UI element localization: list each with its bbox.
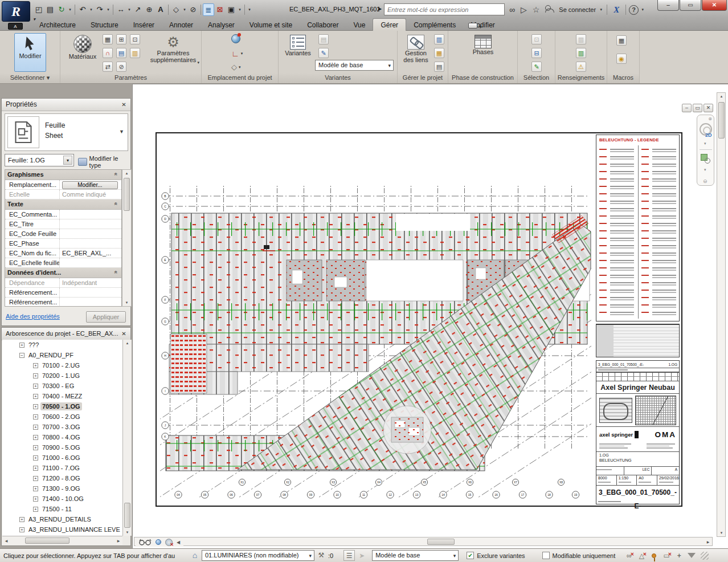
view-minimize-icon[interactable]: ‒	[682, 104, 692, 112]
navbar-close-icon[interactable]: ⊗	[708, 116, 712, 121]
measure-arrow[interactable]: ▾	[126, 3, 132, 16]
tree-expander[interactable]: +	[33, 394, 38, 399]
position-button[interactable]: ◇▾	[231, 63, 241, 71]
worksharing-display-icon[interactable]: ☰	[343, 550, 355, 561]
prop-value[interactable]	[60, 258, 121, 267]
panel-label-inquiry[interactable]: Renseignements	[555, 73, 607, 83]
minimize-button[interactable]: ‒	[657, 0, 679, 11]
signin-icon[interactable]	[543, 3, 557, 16]
favorites-icon[interactable]: ☆	[530, 3, 542, 16]
tree-item[interactable]: +71000 - 6.OG	[2, 453, 122, 463]
search-icon[interactable]: ∞	[507, 3, 517, 16]
panel-label-phasing[interactable]: Phase de construction	[448, 73, 517, 83]
undo-arrow[interactable]: ▾	[88, 3, 94, 16]
design-option-select[interactable]: Modèle de base	[372, 550, 459, 561]
tree-expander[interactable]: +	[33, 435, 38, 440]
ids-of-selection-icon[interactable]: ▥	[576, 34, 586, 44]
prop-section-header[interactable]: Données d'ident...«	[5, 268, 121, 278]
tree-item[interactable]: +70400 - MEZZ	[2, 391, 122, 401]
navbar-collapse-icon[interactable]: ⊖	[703, 178, 707, 184]
prop-value[interactable]	[60, 239, 121, 248]
manage-images-icon[interactable]: ▥	[434, 34, 444, 44]
viewbar-collapse-icon[interactable]: ◀	[177, 540, 180, 545]
tree-expander[interactable]: +	[33, 373, 38, 378]
tab-compl-ments[interactable]: Compléments	[406, 19, 463, 31]
panel-label-options[interactable]: Variantes	[279, 73, 397, 83]
tree-expander[interactable]: +	[19, 343, 24, 348]
redo-icon[interactable]: ↷	[94, 3, 105, 16]
design-options-button[interactable]: Variantes	[283, 33, 313, 73]
scroll-down-icon[interactable]: ▼	[718, 530, 725, 536]
coordinates-arrow[interactable]: ▾	[241, 51, 243, 56]
tree-expander[interactable]: +	[33, 476, 38, 481]
tree-item[interactable]: +71100 - 7.OG	[2, 463, 122, 473]
search-input[interactable]	[384, 3, 505, 15]
tree-expander[interactable]: +	[33, 496, 38, 502]
drawing-area[interactable]: BCDEFGHIJK X1X2X3X4X5X6X7X8 040506070809…	[132, 84, 728, 548]
scroll-up-icon[interactable]: ▲	[124, 340, 131, 347]
prop-section-header[interactable]: Graphismes«	[5, 170, 121, 180]
tree-expander[interactable]: −	[19, 353, 24, 358]
prop-value[interactable]	[60, 288, 121, 297]
tree-expander[interactable]: +	[33, 384, 38, 389]
scroll-up-icon[interactable]: ▲	[718, 93, 725, 100]
materials-button[interactable]: Matériaux	[64, 33, 101, 73]
sync-arrow[interactable]: ▾	[67, 3, 73, 16]
scroll-down-icon[interactable]: ▼	[124, 529, 131, 536]
manage-links-button[interactable]: Gestion des liens	[400, 33, 432, 74]
tab-architecture[interactable]: Architecture	[32, 19, 83, 31]
prop-value[interactable]: EC_BER_AXL_...	[60, 249, 121, 258]
exclude-face-filter-icon[interactable]: ▭✕	[661, 550, 672, 561]
tree-expander[interactable]: +	[33, 425, 38, 430]
selection-filter-icon[interactable]	[686, 550, 697, 561]
panel-label-selection[interactable]: Sélection	[518, 73, 555, 83]
scroll-thumb[interactable]	[427, 539, 455, 545]
reveal-hidden-elements-icon[interactable]	[156, 539, 161, 545]
aligned-dimension-icon[interactable]: ↗	[132, 3, 144, 16]
open-icon[interactable]: ◰	[33, 3, 44, 16]
tab-g-rer[interactable]: Gérer	[373, 18, 406, 31]
edit-option-icon[interactable]: ✎	[318, 48, 329, 58]
tree-item[interactable]: +A3_RENDU_DETAILS	[2, 514, 122, 524]
tree-item[interactable]: +70200 - 1.UG	[2, 370, 122, 381]
coordinates-button[interactable]: ∟▾	[231, 49, 243, 58]
scroll-thumb[interactable]	[718, 102, 725, 139]
shared-parameters-icon[interactable]: ▥	[130, 48, 140, 58]
subscription-icon[interactable]: ▷	[518, 3, 529, 16]
zoom-region-icon[interactable]	[701, 154, 707, 161]
worksets-icon[interactable]: ⌂	[190, 551, 200, 561]
prop-value[interactable]: Modifier...	[60, 180, 121, 189]
tree-expander[interactable]: +	[33, 363, 38, 368]
location-button[interactable]	[231, 34, 240, 43]
prop-value[interactable]	[60, 210, 121, 219]
canvas-vscrollbar[interactable]: ▲ ▼	[717, 92, 726, 537]
drag-on-selection-icon[interactable]: +	[673, 550, 685, 561]
wheel-menu-arrow[interactable]: ▾	[704, 141, 706, 146]
floor-plan-drawing[interactable]: BCDEFGHIJK X1X2X3X4X5X6X7X8 040506070809…	[157, 133, 595, 506]
object-styles-icon[interactable]: ▦	[103, 34, 113, 44]
tree-item[interactable]: +???	[2, 340, 122, 350]
ribbon-display-toggle[interactable]: ▾	[465, 21, 485, 32]
editing-requests-icon[interactable]: ➤	[356, 550, 367, 561]
active-workset-select[interactable]: 01.LUMINIARES (non modifiable)	[202, 550, 314, 561]
tree-item[interactable]: +70500 - 1.OG	[2, 401, 122, 412]
apply-button[interactable]: Appliquer	[86, 311, 126, 323]
text-icon[interactable]: A	[155, 3, 166, 16]
prop-value[interactable]: Comme indiqué	[60, 190, 121, 199]
tree-item[interactable]: +70800 - 4.OG	[2, 432, 122, 442]
browser-vscrollbar[interactable]: ▲ ▼	[122, 340, 132, 536]
tab-volume-et-site[interactable]: Volume et site	[242, 19, 300, 31]
project-parameters-icon[interactable]: ▤	[116, 48, 126, 58]
close-hidden-windows-icon[interactable]: ⊠	[214, 3, 226, 16]
undo-icon[interactable]: ↶	[77, 3, 88, 16]
measure-icon[interactable]: ↔	[115, 3, 126, 16]
modify-button[interactable]: Modifier	[14, 33, 46, 72]
sheet-view[interactable]: BCDEFGHIJK X1X2X3X4X5X6X7X8 040506070809…	[156, 132, 682, 507]
tree-item[interactable]: +70900 - 5.OG	[2, 442, 122, 453]
tree-expander[interactable]: +	[33, 507, 38, 512]
save-selection-icon[interactable]: ⊡	[531, 34, 542, 44]
tree-item[interactable]: −A0_RENDU_PF	[2, 350, 122, 360]
exclude-options-checkbox[interactable]: ✔	[467, 552, 474, 559]
tab-ins-rer[interactable]: Insérer	[126, 19, 162, 31]
section-icon[interactable]: ⊘	[187, 3, 199, 16]
